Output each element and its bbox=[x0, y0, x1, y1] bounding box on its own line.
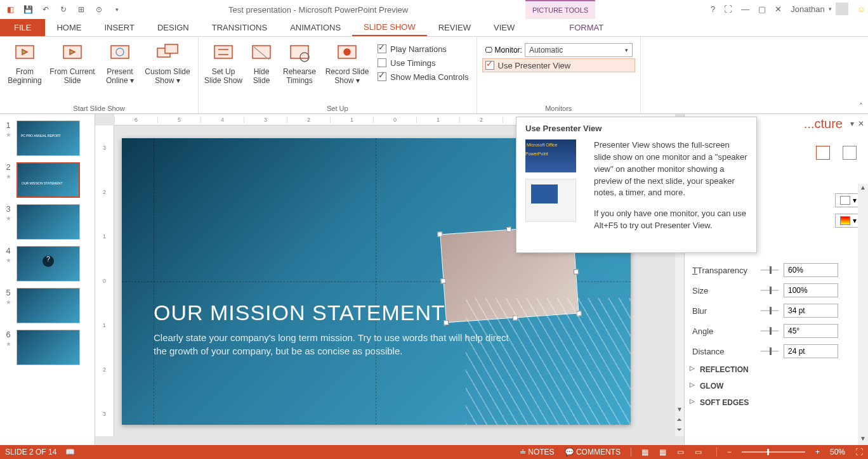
tab-review[interactable]: REVIEW bbox=[427, 19, 482, 36]
zoom-in-icon[interactable]: + bbox=[815, 448, 820, 456]
sorter-view-icon[interactable]: ▦ bbox=[659, 448, 671, 456]
tab-file[interactable]: FILE bbox=[0, 19, 45, 36]
separator bbox=[716, 448, 717, 456]
svg-rect-8 bbox=[214, 46, 232, 58]
spell-check-icon[interactable]: 📖 bbox=[65, 448, 75, 456]
user-name: Jonathan bbox=[791, 4, 825, 14]
transparency-slider[interactable] bbox=[761, 266, 779, 274]
save-icon[interactable]: 💾 bbox=[20, 2, 36, 17]
monitor-icon: 🖵 bbox=[485, 46, 492, 55]
zoom-level[interactable]: 50% bbox=[830, 448, 845, 456]
resize-handle[interactable] bbox=[440, 278, 446, 284]
scroll-down-icon[interactable]: ▼ bbox=[858, 435, 868, 445]
play-narrations-checkbox[interactable]: Play Narrations bbox=[375, 42, 471, 56]
resize-handle[interactable] bbox=[576, 311, 582, 316]
thumb-4[interactable]: 4★? bbox=[0, 245, 95, 287]
custom-slide-show-button[interactable]: Custom Slide Show ▾ bbox=[142, 39, 193, 85]
scroll-down-icon[interactable]: ▼ bbox=[675, 406, 684, 416]
monitor-select-row: 🖵 Monitor: Automatic▾ bbox=[482, 42, 635, 58]
feedback-icon[interactable]: ☺ bbox=[857, 4, 865, 14]
effects-tab-icon[interactable] bbox=[816, 146, 830, 160]
checkbox-icon bbox=[485, 61, 494, 70]
slide-title[interactable]: OUR MISSION STATEMENT bbox=[154, 301, 445, 325]
tab-insert[interactable]: INSERT bbox=[93, 19, 145, 36]
picture-tab-icon[interactable] bbox=[843, 146, 857, 160]
rehearse-timings-button[interactable]: Rehearse Timings bbox=[280, 39, 319, 85]
zoom-slider[interactable] bbox=[742, 451, 805, 453]
tab-slideshow[interactable]: SLIDE SHOW bbox=[352, 19, 427, 36]
tab-design[interactable]: DESIGN bbox=[146, 19, 201, 36]
tab-home[interactable]: HOME bbox=[45, 19, 93, 36]
pane-menu-icon[interactable]: ▾ bbox=[850, 119, 854, 128]
tab-animations[interactable]: ANIMATIONS bbox=[279, 19, 352, 36]
start-show-icon[interactable]: ⊞ bbox=[74, 2, 89, 17]
resize-handle[interactable] bbox=[437, 231, 443, 237]
thumb-5[interactable]: 5★ bbox=[0, 287, 95, 328]
use-timings-checkbox[interactable]: Use Timings bbox=[375, 56, 471, 70]
show-media-controls-checkbox[interactable]: Show Media Controls bbox=[375, 70, 471, 84]
blur-slider[interactable] bbox=[761, 307, 779, 314]
thumb-1[interactable]: 1★PC PRO ANNUAL REPORT bbox=[0, 119, 95, 161]
soft-edges-section[interactable]: SOFT EDGES bbox=[692, 394, 865, 411]
maximize-icon[interactable]: ▢ bbox=[758, 4, 766, 14]
ribbon-display-icon[interactable]: ⛶ bbox=[724, 4, 732, 14]
reflection-section[interactable]: REFLECTION bbox=[692, 361, 865, 378]
undo-icon[interactable]: ↶ bbox=[38, 2, 53, 17]
chevron-down-icon: ▾ bbox=[829, 6, 832, 12]
minimize-icon[interactable]: — bbox=[741, 4, 749, 14]
distance-slider[interactable] bbox=[761, 347, 779, 355]
slide-counter[interactable]: SLIDE 2 OF 14 bbox=[5, 448, 56, 456]
tab-transitions[interactable]: TRANSITIONS bbox=[201, 19, 279, 36]
transparency-input[interactable] bbox=[784, 263, 838, 277]
monitor-select[interactable]: Automatic▾ bbox=[525, 43, 633, 57]
distance-input[interactable] bbox=[784, 344, 838, 358]
resize-handle[interactable] bbox=[513, 315, 518, 321]
touch-mode-icon[interactable]: ⊙ bbox=[91, 2, 107, 17]
resize-handle[interactable] bbox=[444, 320, 449, 326]
redo-icon[interactable]: ↻ bbox=[56, 2, 71, 17]
slide-body[interactable]: Clearly state your company's long term m… bbox=[154, 331, 509, 358]
close-icon[interactable]: ✕ bbox=[775, 4, 782, 14]
size-input[interactable] bbox=[784, 283, 838, 297]
help-icon[interactable]: ? bbox=[711, 4, 715, 14]
tab-view[interactable]: VIEW bbox=[482, 19, 526, 36]
scroll-up-icon[interactable]: ▲ bbox=[858, 184, 868, 194]
from-beginning-button[interactable]: From Beginning bbox=[5, 39, 44, 85]
resize-handle[interactable] bbox=[506, 227, 512, 233]
user-account[interactable]: Jonathan ▾ bbox=[791, 3, 848, 15]
from-current-button[interactable]: From Current Slide bbox=[47, 39, 98, 85]
notes-button[interactable]: ≐ NOTES bbox=[520, 448, 555, 456]
zoom-out-icon[interactable]: − bbox=[727, 448, 732, 456]
next-slide-icon[interactable]: ⏷ bbox=[675, 426, 684, 436]
slide-thumbnails-panel: 1★PC PRO ANNUAL REPORT 2★OUR MISSION STA… bbox=[0, 114, 95, 445]
normal-view-icon[interactable]: ▦ bbox=[641, 448, 653, 456]
comments-button[interactable]: 💬 COMMENTS bbox=[565, 448, 621, 456]
angle-input[interactable] bbox=[784, 324, 838, 338]
fit-to-window-icon[interactable]: ⛶ bbox=[855, 448, 863, 456]
size-slider[interactable] bbox=[761, 287, 779, 294]
svg-rect-4 bbox=[111, 46, 129, 58]
group-label-start: Start Slide Show bbox=[5, 103, 193, 113]
thumb-6[interactable]: 6★ bbox=[0, 328, 95, 370]
setup-slide-show-button[interactable]: Set Up Slide Show bbox=[204, 39, 243, 85]
ribbon-tabs: FILE HOME INSERT DESIGN TRANSITIONS ANIM… bbox=[0, 19, 868, 37]
chevron-down-icon: ▾ bbox=[625, 47, 628, 53]
angle-slider[interactable] bbox=[761, 327, 779, 335]
thumb-3[interactable]: 3★ bbox=[0, 203, 95, 245]
qat-dropdown-icon[interactable]: ▾ bbox=[109, 2, 124, 17]
glow-section[interactable]: GLOW bbox=[692, 378, 865, 394]
thumb-2[interactable]: 2★OUR MISSION STATEMENT bbox=[0, 161, 95, 203]
present-online-button[interactable]: Present Online ▾ bbox=[100, 39, 140, 85]
pane-close-icon[interactable]: ✕ bbox=[858, 119, 864, 128]
record-slide-show-button[interactable]: Record Slide Show ▾ bbox=[322, 39, 372, 85]
blur-input[interactable] bbox=[784, 304, 838, 318]
hide-slide-button[interactable]: Hide Slide bbox=[246, 39, 277, 85]
resize-handle[interactable] bbox=[574, 269, 579, 275]
collapse-ribbon-icon[interactable]: ˄ bbox=[859, 102, 863, 111]
tab-format[interactable]: FORMAT bbox=[558, 19, 615, 36]
pane-scrollbar[interactable]: ▲ ▼ bbox=[858, 184, 868, 445]
use-presenter-view-checkbox[interactable]: Use Presenter View bbox=[482, 58, 635, 72]
reading-view-icon[interactable]: ▭ bbox=[677, 448, 688, 456]
slideshow-view-icon[interactable]: ▭ bbox=[695, 448, 706, 456]
prev-slide-icon[interactable]: ⏶ bbox=[675, 416, 684, 426]
